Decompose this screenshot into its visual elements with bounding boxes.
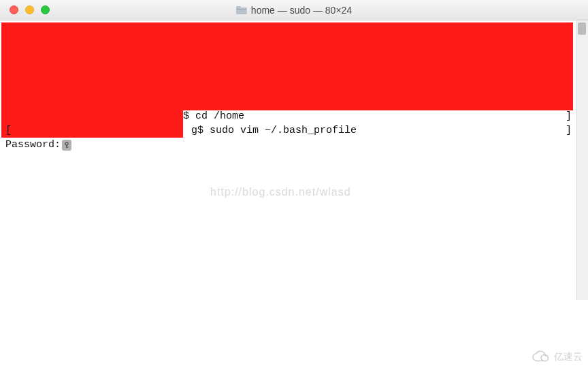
svg-rect-1 [236, 6, 241, 9]
terminal-line-2: g$ sudo vim ~/.bash_profile [191, 125, 357, 136]
terminal-line-2-rbracket: ] [566, 125, 572, 136]
terminal-line-1-rbracket: ] [566, 110, 572, 122]
scrollbar-thumb[interactable] [578, 22, 586, 35]
titlebar[interactable]: home — sudo — 80×24 [0, 0, 588, 20]
close-button[interactable] [10, 5, 18, 14]
redacted-area-top [1, 22, 573, 110]
terminal-window: home — sudo — 80×24 $ cd /home ] [ g$ su… [0, 0, 588, 368]
watermark-text: http://blog.csdn.net/wlasd [210, 186, 351, 198]
window-title: home — sudo — 80×24 [251, 5, 352, 16]
svg-rect-2 [237, 9, 246, 10]
terminal-line-1: $ cd /home [183, 110, 244, 122]
folder-icon [236, 5, 247, 15]
password-prompt-line: Password: [5, 139, 71, 151]
scrollbar-track[interactable] [576, 20, 588, 300]
cloud-icon [531, 350, 551, 364]
key-icon [62, 140, 71, 151]
terminal-line-2-lbracket: [ [5, 125, 12, 136]
window-title-wrap: home — sudo — 80×24 [236, 5, 352, 16]
zoom-button[interactable] [41, 5, 50, 14]
traffic-lights [0, 5, 50, 14]
footer-logo: 亿速云 [531, 350, 583, 364]
terminal-content[interactable]: $ cd /home ] [ g$ sudo vim ~/.bash_profi… [0, 20, 588, 368]
redacted-area-left [1, 110, 183, 138]
password-label: Password: [5, 139, 61, 151]
footer-logo-text: 亿速云 [554, 351, 583, 363]
svg-rect-5 [66, 147, 68, 147]
minimize-button[interactable] [25, 5, 34, 14]
